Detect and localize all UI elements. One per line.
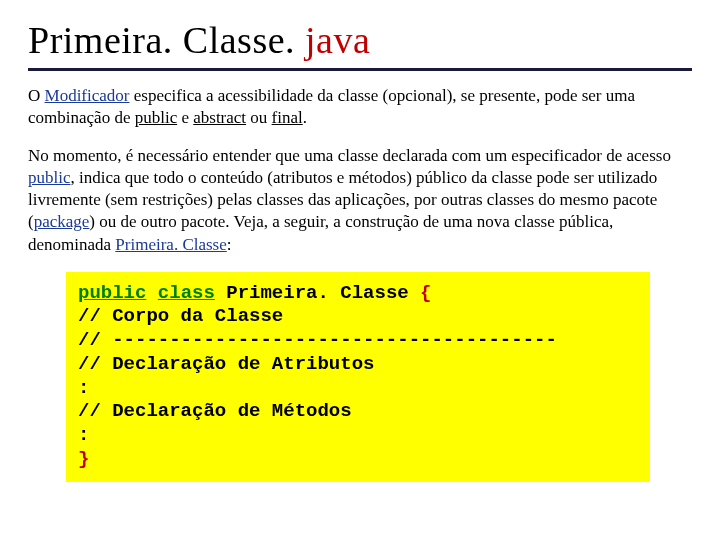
code-space (409, 282, 420, 304)
text-run: No momento, é necessário entender que um… (28, 146, 671, 165)
code-block: public class Primeira. Classe { // Corpo… (66, 272, 650, 482)
code-keyword-public: public (78, 282, 146, 304)
term-public: public (135, 108, 178, 127)
code-line-2: // Corpo da Classe (78, 305, 638, 329)
page-title: Primeira. Classe. java (28, 18, 692, 62)
code-brace-close: } (78, 448, 638, 472)
text-run: ou (246, 108, 272, 127)
code-line-4: // Declaração de Atributos (78, 353, 638, 377)
code-keyword-class: class (158, 282, 215, 304)
term-modificador: Modificador (45, 86, 130, 105)
term-package-link: package (34, 212, 90, 231)
code-line-6: // Declaração de Métodos (78, 400, 638, 424)
paragraph-modifier: O Modificador especifica a acessibilidad… (28, 85, 692, 129)
code-line-7: : (78, 424, 638, 448)
title-part-ext: java (305, 19, 370, 61)
term-final: final (272, 108, 303, 127)
term-abstract: abstract (193, 108, 246, 127)
code-line-3: // -------------------------------------… (78, 329, 638, 353)
text-run: : (227, 235, 232, 254)
title-part-classname: Primeira. Classe. (28, 19, 305, 61)
code-line-5: : (78, 377, 638, 401)
code-space (146, 282, 157, 304)
title-underline (28, 68, 692, 71)
slide-container: Primeira. Classe. java O Modificador esp… (0, 0, 720, 502)
code-brace-open: { (420, 282, 431, 304)
code-space (215, 282, 226, 304)
text-run: O (28, 86, 45, 105)
term-primeiraclasse-link: Primeira. Classe (115, 235, 226, 254)
text-run: . (303, 108, 307, 127)
term-public-link: public (28, 168, 71, 187)
code-classname: Primeira. Classe (226, 282, 408, 304)
paragraph-explanation: No momento, é necessário entender que um… (28, 145, 692, 255)
code-line-1: public class Primeira. Classe { (78, 282, 638, 306)
text-run: e (177, 108, 193, 127)
